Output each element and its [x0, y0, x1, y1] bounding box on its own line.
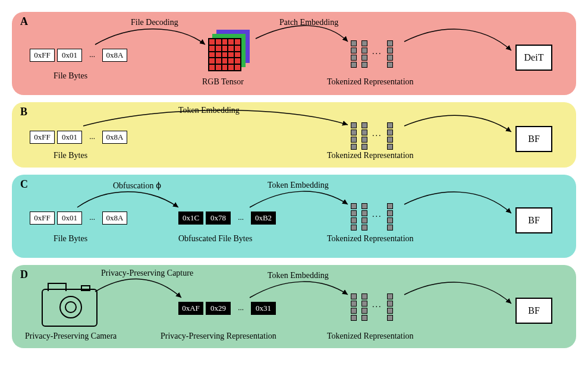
caption-tokens: Tokenized Representation: [327, 332, 414, 341]
byte: 0x8A: [102, 131, 127, 144]
byte-ellipsis: ...: [233, 211, 249, 225]
step-token-embedding: Token Embedding: [178, 106, 240, 115]
caption-file-bytes: File Bytes: [54, 71, 87, 81]
tokens-D: ···: [351, 293, 393, 321]
step-patch-embedding: Patch Embedding: [279, 18, 338, 27]
panel-label-C: C: [20, 178, 28, 191]
priv-byte: 0x29: [206, 302, 231, 315]
byte-ellipsis: ...: [84, 131, 100, 144]
model-box-deit: DeiT: [515, 45, 552, 71]
file-bytes-C: 0xFF 0x01 ... 0x8A: [30, 211, 127, 225]
byte: 0xFF: [30, 211, 55, 225]
byte: 0x01: [57, 131, 82, 144]
model-box-bf: BF: [515, 126, 552, 152]
privacy-bytes: 0xAF 0x29 ... 0x31: [178, 302, 276, 315]
obf-byte: 0x1C: [178, 211, 203, 225]
caption-rgb-tensor: RGB Tensor: [202, 77, 244, 87]
caption-tokens: Tokenized Representation: [327, 77, 414, 87]
caption-file-bytes: File Bytes: [54, 234, 87, 244]
step-obfuscation: Obfuscation ϕ: [113, 181, 161, 191]
byte-ellipsis: ...: [84, 211, 100, 225]
byte: 0x8A: [102, 49, 127, 62]
obfuscated-bytes: 0x1C 0x78 ... 0xB2: [178, 211, 276, 225]
byte: 0x01: [57, 211, 82, 225]
priv-byte: 0x31: [251, 302, 276, 315]
caption-camera: Privacy-Preserving Camera: [25, 332, 117, 341]
step-token-embedding: Token Embedding: [268, 271, 329, 280]
byte: 0xFF: [30, 131, 55, 144]
byte: 0xFF: [30, 49, 55, 62]
panel-C: C 0xFF 0x01 ... 0x8A File Bytes 0x1C 0x7…: [12, 175, 576, 258]
byte-ellipsis: ...: [84, 49, 100, 62]
caption-priv-repr: Privacy-Preserving Representation: [161, 332, 276, 341]
obf-byte: 0x78: [206, 211, 231, 225]
priv-byte: 0xAF: [178, 302, 203, 315]
tokens-B: ···: [351, 122, 393, 150]
tokens-A: ···: [351, 40, 393, 68]
step-file-decoding: File Decoding: [131, 18, 178, 27]
panel-D: D Privacy-Preserving Camera 0xAF 0x29 ..…: [12, 265, 576, 348]
byte-ellipsis: ...: [233, 302, 249, 315]
camera-icon: [42, 289, 98, 327]
panel-B: B 0xFF 0x01 ... 0x8A File Bytes ··· Toke…: [12, 102, 576, 168]
byte: 0x01: [57, 49, 82, 62]
panel-label-D: D: [20, 269, 28, 281]
byte: 0x8A: [102, 211, 127, 225]
step-token-embedding: Token Embedding: [268, 181, 329, 190]
pipeline-figure: A 0xFF 0x01 ... 0x8A File Bytes RGB Tens…: [12, 12, 576, 355]
model-box-bf: BF: [515, 298, 552, 324]
rgb-tensor: [208, 30, 250, 71]
panel-label-B: B: [20, 106, 27, 118]
panel-label-A: A: [20, 15, 28, 28]
caption-tokens: Tokenized Representation: [327, 234, 414, 244]
obf-byte: 0xB2: [251, 211, 276, 225]
caption-obf-bytes: Obfuscated File Bytes: [178, 234, 252, 244]
tokens-C: ···: [351, 203, 393, 231]
file-bytes-A: 0xFF 0x01 ... 0x8A: [30, 49, 127, 62]
panel-A: A 0xFF 0x01 ... 0x8A File Bytes RGB Tens…: [12, 12, 576, 95]
file-bytes-B: 0xFF 0x01 ... 0x8A: [30, 131, 127, 144]
caption-file-bytes: File Bytes: [54, 151, 87, 160]
model-box-bf: BF: [515, 207, 552, 233]
step-privacy-capture: Privacy-Preserving Capture: [101, 269, 193, 278]
caption-tokens: Tokenized Representation: [327, 151, 414, 160]
